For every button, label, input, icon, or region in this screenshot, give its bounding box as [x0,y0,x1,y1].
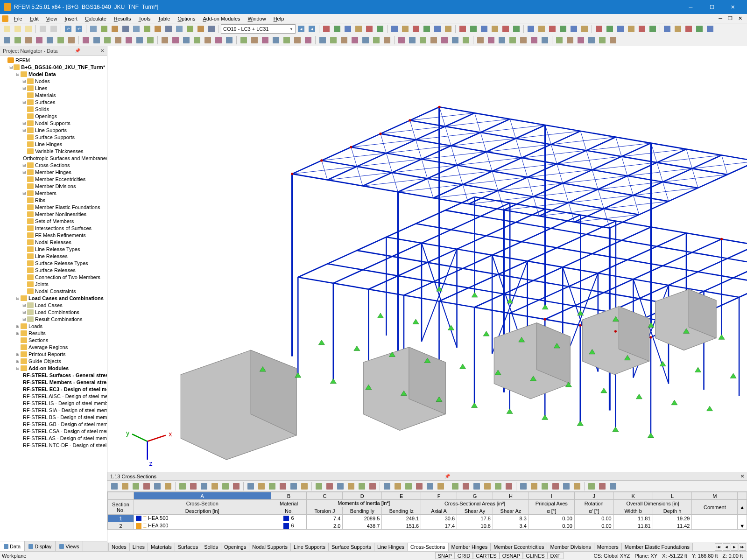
tbtool-8[interactable] [199,481,209,491]
tree-node[interactable]: RF-STEEL AS - Design of steel members [0,434,107,441]
tbtool-6[interactable] [177,481,188,491]
tree-node[interactable]: Line Hinges [0,140,107,147]
col-letter[interactable]: D [343,492,382,500]
tbtool-24[interactable] [382,481,392,491]
table-tab[interactable]: Nodes [108,543,130,551]
tree-node[interactable]: Line Release Types [0,245,107,252]
rtool-11[interactable] [443,24,453,34]
menu-tools[interactable]: Tools [134,15,154,22]
tbtool-43[interactable] [597,481,607,491]
dtool-30[interactable] [339,35,349,45]
tbtool-3[interactable] [141,481,152,491]
tbtool-19[interactable] [324,481,335,491]
tree-node[interactable]: RF-STEEL NTC-DF - Design of steel [0,441,107,448]
dtool-10[interactable] [113,35,123,45]
tbtool-13[interactable] [256,481,267,491]
col-letter[interactable]: G [457,492,493,500]
rtool-25[interactable] [605,24,615,34]
prev-button[interactable]: ◄ [296,24,306,34]
table-tab[interactable]: Member Divisions [547,543,594,551]
tree-node[interactable]: Average Regions [0,343,107,350]
dtool-11[interactable] [124,35,134,45]
tbtool-34[interactable] [493,481,503,491]
next-button[interactable]: ◄ [307,24,317,34]
dtool-0[interactable] [2,35,12,45]
open-button[interactable] [13,24,23,34]
tree-node[interactable]: ⊞Surfaces [0,98,107,105]
table-tab[interactable]: Cross-Sections [407,543,449,551]
tree-node[interactable]: ⊟Load Cases and Combinations [0,294,107,301]
tool-0[interactable] [88,24,99,34]
tree-node[interactable]: RF-STEEL IS - Design of steel members [0,399,107,406]
dtool-4[interactable] [45,35,55,45]
tree-node[interactable]: Openings [0,112,107,119]
tbtool-25[interactable] [393,481,403,491]
rtool-5[interactable] [375,24,385,34]
tbtool-18[interactable] [314,481,324,491]
dtool-7[interactable] [81,35,91,45]
tbtool-35[interactable] [504,481,514,491]
table-tab[interactable]: Member Elastic Foundations [621,543,693,551]
tree-node[interactable]: ⊞Line Supports [0,126,107,133]
dtool-49[interactable] [554,35,564,45]
tree-node[interactable]: ⊞Load Cases [0,301,107,308]
tree-node[interactable]: RF-STEEL AISC - Design of steel members [0,392,107,399]
rtool-18[interactable] [526,24,536,34]
tbtool-36[interactable] [518,481,529,491]
tree-node[interactable]: Sections [0,336,107,343]
tree-node[interactable]: ⊞Load Combinations [0,308,107,315]
tbtool-17[interactable] [299,481,310,491]
rtool-32[interactable] [684,24,694,34]
dtool-16[interactable] [181,35,191,45]
mdi-close[interactable]: ✕ [735,14,745,22]
dtool-53[interactable] [597,35,607,45]
tree-node[interactable]: ⊟Model Data [0,70,107,77]
tree-node[interactable]: RF-STEEL EC3 - Design of steel members [0,385,107,392]
col-letter[interactable]: J [574,492,613,500]
tree-node[interactable]: RF-STEEL BS - Design of steel members [0,413,107,420]
rtool-17[interactable] [511,24,521,34]
tree-node[interactable]: RF-STEEL SIA - Design of steel members [0,406,107,413]
tree-node[interactable]: Variable Thicknesses [0,147,107,154]
tool-11[interactable] [206,24,217,34]
dtool-44[interactable] [497,35,507,45]
dtool-25[interactable] [282,35,292,45]
minimize-button[interactable]: ─ [680,0,701,14]
dtool-37[interactable] [418,35,428,45]
tab-next[interactable]: ► [731,543,738,551]
tree-node[interactable]: Surface Releases [0,266,107,273]
col-letter[interactable]: I [529,492,574,500]
dtool-34[interactable] [382,35,392,45]
new-button[interactable] [2,24,12,34]
dtool-15[interactable] [170,35,181,45]
col-letter[interactable]: E [382,492,421,500]
rtool-29[interactable] [648,24,658,34]
col-letter[interactable]: L [653,492,692,500]
tree-node[interactable]: Surface Supports [0,133,107,140]
tree-node[interactable]: Nodal Constraints [0,287,107,294]
tbtool-38[interactable] [540,481,550,491]
tree-node[interactable]: RF-STEEL Surfaces - General stress [0,371,107,378]
dtool-5[interactable] [56,35,66,45]
nav-tab-views[interactable]: Views [56,541,83,551]
model-canvas[interactable]: x y z [107,46,747,472]
dtool-29[interactable] [328,35,338,45]
tree-node[interactable]: Orthotropic Surfaces and Membranes [0,154,107,161]
tbtool-39[interactable] [550,481,561,491]
tree-node[interactable]: Member Elastic Foundations [0,203,107,210]
tool-5[interactable] [142,24,152,34]
tbtool-12[interactable] [246,481,256,491]
menu-view[interactable]: View [42,15,61,22]
rtool-10[interactable] [432,24,443,34]
tree-node[interactable]: ⊞Results [0,329,107,336]
tool-2[interactable] [110,24,120,34]
dtool-8[interactable] [92,35,102,45]
tbtool-16[interactable] [289,481,299,491]
tbtool-28[interactable] [425,481,435,491]
print-button[interactable] [38,24,48,34]
dtool-26[interactable] [292,35,303,45]
tbtool-21[interactable] [346,481,356,491]
tbtool-14[interactable] [267,481,277,491]
tbtool-2[interactable] [131,481,141,491]
tab-last[interactable]: ⏭ [739,543,746,551]
